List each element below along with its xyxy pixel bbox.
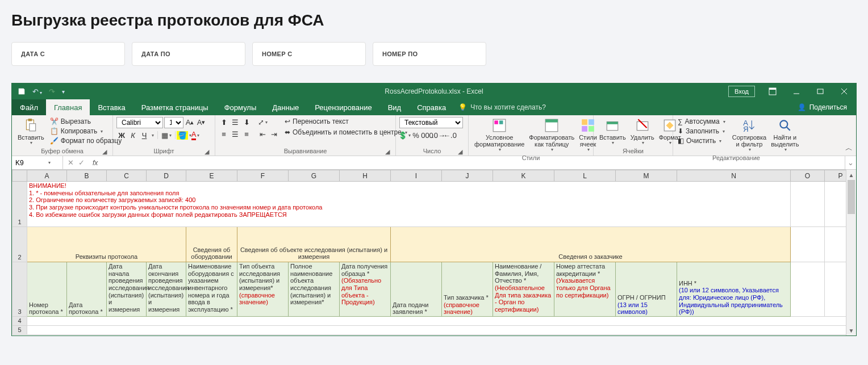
undo-icon[interactable]: ↶▾ xyxy=(32,87,42,96)
column-header-cell[interactable]: Дата подачи заявления * xyxy=(391,262,442,317)
col-header[interactable]: F xyxy=(237,170,289,182)
clear-button[interactable]: ◧Очистить▾ xyxy=(677,136,727,145)
column-header-cell[interactable]: Дата начала проведения исследования (исп… xyxy=(107,262,147,317)
close-icon[interactable] xyxy=(832,83,856,99)
column-header-cell[interactable]: Тип заказчика *(справочное значение) xyxy=(442,262,493,317)
column-header-cell[interactable]: Тип объекта исследования (испытания) и и… xyxy=(237,262,289,317)
font-color-button[interactable]: A▾ xyxy=(190,130,201,140)
number-format-select[interactable]: Текстовый xyxy=(399,117,463,128)
column-header-cell[interactable]: Наименование / Фамилия, Имя, Отчество *(… xyxy=(493,262,554,317)
column-header-cell[interactable]: Номер протокола * xyxy=(27,262,67,317)
col-header[interactable]: M xyxy=(616,170,677,182)
col-header[interactable]: A xyxy=(27,170,67,182)
cell[interactable] xyxy=(27,326,846,335)
dialog-launcher-icon[interactable]: ◢ xyxy=(384,148,391,155)
fx-icon[interactable]: fx xyxy=(89,159,101,167)
ribbon-display-icon[interactable] xyxy=(761,83,784,99)
column-header-cell[interactable]: Номер аттестата аккредитации *(Указывает… xyxy=(554,262,616,317)
cell[interactable] xyxy=(791,262,825,317)
align-top-icon[interactable]: ⬆ xyxy=(219,117,229,127)
delete-cells-button[interactable]: Удалить▾ xyxy=(628,117,657,147)
scroll-up-icon[interactable]: ▲ xyxy=(846,170,856,180)
row-header[interactable]: 2 xyxy=(12,227,27,262)
align-bottom-icon[interactable]: ⬇ xyxy=(241,117,252,127)
font-name-select[interactable]: Calibri xyxy=(116,117,163,128)
col-header[interactable]: G xyxy=(289,170,340,182)
cell[interactable] xyxy=(825,227,846,262)
tell-me-search[interactable]: 💡 Что вы хотите сделать? xyxy=(458,103,546,111)
vertical-scrollbar[interactable]: ▲ ▼ xyxy=(846,170,856,335)
name-box-input[interactable] xyxy=(15,159,47,167)
merge-center-button[interactable]: ⬌Объединить и поместить в центре▾ xyxy=(283,128,408,137)
currency-icon[interactable]: 💲▾ xyxy=(399,130,410,140)
column-header-cell[interactable]: Полное наименование объекта исследования… xyxy=(289,262,340,317)
decrease-font-icon[interactable]: A▾ xyxy=(196,117,206,127)
column-header-cell[interactable]: ИНН *(10 или 12 символов, Указывается дл… xyxy=(677,262,791,317)
bold-button[interactable]: Ж xyxy=(116,130,127,140)
dialog-launcher-icon[interactable]: ◢ xyxy=(203,148,210,155)
group-header[interactable]: Сведения об оборудовании xyxy=(186,227,237,262)
share-button[interactable]: 👤 Поделиться xyxy=(798,103,856,111)
border-button[interactable]: ▦▾ xyxy=(161,130,172,140)
cell[interactable] xyxy=(27,317,846,326)
percent-icon[interactable]: % xyxy=(411,130,421,140)
select-all-corner[interactable] xyxy=(12,170,27,182)
menu-data[interactable]: Данные xyxy=(264,99,307,115)
wrap-text-button[interactable]: ↩Переносить текст xyxy=(283,117,408,126)
dialog-launcher-icon[interactable]: ◢ xyxy=(457,148,464,155)
increase-indent-icon[interactable]: ⇥ xyxy=(269,129,279,139)
dialog-launcher-icon[interactable]: ◢ xyxy=(101,148,108,155)
col-header[interactable]: H xyxy=(340,170,391,182)
fill-button[interactable]: ⬇Заполнить▾ xyxy=(677,127,727,136)
increase-font-icon[interactable]: A▴ xyxy=(185,117,195,127)
menu-file[interactable]: Файл xyxy=(12,99,46,115)
cell[interactable]: ВНИМАНИЕ! 1. * - помечены обязательные д… xyxy=(27,182,791,227)
align-right-icon[interactable]: ≡ xyxy=(241,129,252,139)
autosum-button[interactable]: ∑Автосумма▾ xyxy=(677,117,727,126)
filter-date-from[interactable]: ДАТА С xyxy=(11,42,125,66)
group-header[interactable]: Сведения о заказчике xyxy=(391,227,791,262)
comma-icon[interactable]: 000 xyxy=(422,130,432,140)
minimize-icon[interactable] xyxy=(784,83,808,99)
format-painter-button[interactable]: 🖌️Формат по образцу xyxy=(49,136,123,145)
copy-button[interactable]: 📋Копировать▾ xyxy=(49,127,123,136)
col-header[interactable]: D xyxy=(147,170,186,182)
fill-color-button[interactable]: 🪣▾ xyxy=(179,130,189,140)
col-header[interactable]: J xyxy=(442,170,493,182)
spreadsheet-grid[interactable]: A B C D E F G H I J K L M N O P xyxy=(12,170,846,335)
redo-icon[interactable]: ↷ xyxy=(49,87,55,96)
row-header[interactable]: 1 xyxy=(12,182,27,227)
cell[interactable] xyxy=(791,227,825,262)
column-header-cell[interactable]: Дата протокола * xyxy=(67,262,107,317)
font-size-select[interactable]: 11 xyxy=(164,117,183,128)
menu-layout[interactable]: Разметка страницы xyxy=(133,99,216,115)
cancel-formula-icon[interactable]: ✕ xyxy=(68,158,74,167)
column-header-cell[interactable]: Дата окончания проведения исследования (… xyxy=(147,262,186,317)
decrease-decimal-icon[interactable]: ←.0 xyxy=(445,130,455,140)
menu-insert[interactable]: Вставка xyxy=(90,99,133,115)
col-header[interactable]: I xyxy=(391,170,442,182)
filter-date-to[interactable]: ДАТА ПО xyxy=(132,42,245,66)
menu-help[interactable]: Справка xyxy=(409,99,454,115)
insert-cells-button[interactable]: Вставить▾ xyxy=(597,117,628,147)
align-center-icon[interactable]: ☰ xyxy=(230,129,240,139)
orientation-icon[interactable]: ⤢▾ xyxy=(257,117,268,127)
scroll-down-icon[interactable]: ▼ xyxy=(846,325,856,335)
filter-number-to[interactable]: НОМЕР ПО xyxy=(373,42,486,66)
cell[interactable] xyxy=(825,182,846,227)
collapse-ribbon-icon[interactable]: ︿ xyxy=(845,143,853,153)
increase-decimal-icon[interactable]: .0→ xyxy=(433,130,444,140)
row-header[interactable]: 4 xyxy=(12,317,27,326)
group-header[interactable]: Реквизиты протокола xyxy=(27,227,186,262)
enter-formula-icon[interactable]: ✓ xyxy=(78,158,85,167)
format-as-table-button[interactable]: Форматировать как таблицу▾ xyxy=(527,117,577,154)
underline-button[interactable]: Ч xyxy=(139,130,149,140)
col-header[interactable]: B xyxy=(67,170,107,182)
cut-button[interactable]: ✂️Вырезать xyxy=(49,117,123,126)
col-header[interactable]: P xyxy=(825,170,846,182)
col-header[interactable]: C xyxy=(107,170,147,182)
col-header[interactable]: K xyxy=(493,170,554,182)
align-middle-icon[interactable]: ☰ xyxy=(230,117,240,127)
menu-view[interactable]: Вид xyxy=(380,99,410,115)
col-header[interactable]: O xyxy=(791,170,825,182)
